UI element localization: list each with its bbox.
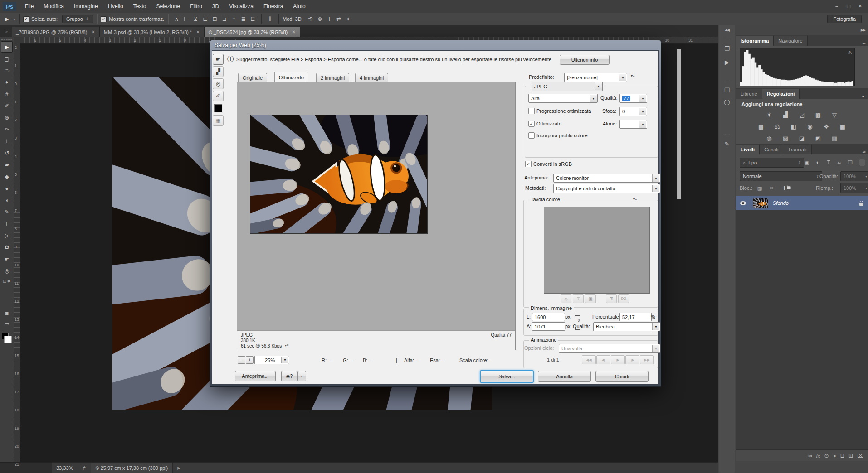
- lock-transparency-icon[interactable]: ▨: [755, 184, 764, 192]
- metadata-dropdown[interactable]: Copyright e dati di contatto▼: [553, 184, 660, 193]
- vibrance-icon[interactable]: ▽: [829, 111, 839, 119]
- align-bottom-edges-icon[interactable]: ⊻: [191, 16, 200, 22]
- dialog-eyedropper-swatch[interactable]: [214, 104, 222, 112]
- layer-filter-type-dropdown[interactable]: ⌕ Tipo ⇕: [740, 158, 804, 168]
- clone-source-panel-icon[interactable]: ❐: [721, 43, 733, 54]
- browser-list-arrow[interactable]: ▼: [297, 371, 306, 381]
- filter-adjustment-layers-icon[interactable]: ◐: [813, 158, 822, 166]
- gruppo-dropdown[interactable]: Gruppo⇕: [62, 15, 93, 23]
- distribute-top-icon[interactable]: ≡: [229, 16, 239, 22]
- menu-testo[interactable]: Testo: [128, 0, 151, 13]
- invert-icon[interactable]: ◍: [764, 134, 774, 142]
- brightness-contrast-icon[interactable]: ☀: [764, 111, 774, 119]
- close-tab-icon[interactable]: ✕: [292, 29, 295, 34]
- workspace-switcher[interactable]: Fotografia: [827, 15, 862, 23]
- lock-pixels-icon[interactable]: ✏: [767, 184, 776, 192]
- foreground-color-swatch[interactable]: [4, 336, 12, 343]
- color-balance-icon[interactable]: ⚖: [772, 122, 782, 130]
- fill-value[interactable]: 100%▾: [840, 183, 868, 193]
- filter-pixel-layers-icon[interactable]: ▣: [802, 158, 811, 166]
- move-tool-options-icon[interactable]: ▶: [0, 16, 14, 22]
- history-brush-tool[interactable]: ↺: [1, 147, 13, 159]
- browser-icon-button[interactable]: ◉?: [281, 371, 297, 381]
- tab-regolazioni[interactable]: Regolazioni: [762, 89, 800, 99]
- align-left-edges-icon[interactable]: ⊏: [200, 16, 210, 22]
- dialog-slice-select-tool[interactable]: ▞: [213, 66, 224, 77]
- default-swap-swatches-icon[interactable]: ◱ ⇄: [0, 279, 14, 283]
- lock-all-icon[interactable]: [787, 186, 790, 189]
- toolbar-grip[interactable]: ■■■■■: [0, 37, 14, 41]
- new-layer-icon[interactable]: ⊞: [848, 453, 853, 459]
- tab-livelli[interactable]: Livelli: [736, 145, 760, 154]
- share-icon[interactable]: ↱: [78, 463, 91, 473]
- color-table-menu-icon[interactable]: ▾≡: [633, 197, 637, 201]
- preview-in-browser-button[interactable]: Anteprima...: [235, 371, 276, 381]
- 3d-slide-icon[interactable]: ⇄: [334, 16, 344, 22]
- delete-color-icon[interactable]: ⌧: [618, 294, 629, 303]
- clone-stamp-tool[interactable]: ⊥: [1, 135, 13, 147]
- filter-shape-layers-icon[interactable]: ▱: [835, 158, 844, 166]
- add-mask-icon[interactable]: ⊙: [824, 453, 829, 459]
- levels-icon[interactable]: ▟: [780, 111, 790, 119]
- healing-brush-tool[interactable]: ⊛: [1, 112, 13, 123]
- blur-input[interactable]: 0▼: [619, 107, 647, 116]
- status-zoom[interactable]: 33,33%: [52, 463, 78, 473]
- selez-auto-checkbox[interactable]: ✓: [23, 16, 29, 22]
- layer-visibility-toggle[interactable]: [736, 196, 750, 210]
- menu-finestra[interactable]: Finestra: [258, 0, 288, 13]
- move-tool[interactable]: ▶: [1, 41, 13, 53]
- selective-color-icon[interactable]: ◩: [813, 134, 823, 142]
- zoom-level-dropdown[interactable]: 25%▼: [254, 356, 289, 364]
- cancel-button[interactable]: Annulla: [538, 371, 591, 382]
- tool-preset-arrow-icon[interactable]: ▾: [14, 17, 15, 21]
- distribute-bottom-icon[interactable]: ⋿: [248, 16, 258, 22]
- menu-aiuto[interactable]: Aiuto: [288, 0, 310, 13]
- tab-librerie[interactable]: Librerie: [736, 89, 762, 99]
- crop-tool[interactable]: #: [1, 88, 13, 100]
- actions-panel-icon[interactable]: ▶: [721, 56, 733, 68]
- filter-type-layers-icon[interactable]: T: [824, 158, 833, 166]
- threshold-icon[interactable]: ◪: [797, 134, 807, 142]
- optimized-checkbox[interactable]: ✓: [528, 121, 535, 127]
- filter-smart-objects-icon[interactable]: ❏: [846, 158, 855, 166]
- mostra-contr-checkbox[interactable]: ✓: [101, 16, 107, 22]
- layers-panel-menu-icon[interactable]: ▾≡: [862, 150, 868, 154]
- custom-shape-tool[interactable]: ✿: [1, 241, 13, 253]
- embed-profile-checkbox[interactable]: [528, 132, 535, 139]
- tab-tracciati[interactable]: Tracciati: [783, 145, 811, 154]
- min-window-button[interactable]: –: [831, 0, 843, 12]
- 3d-roll-icon[interactable]: ⊚: [315, 16, 325, 22]
- distribute-widths-icon[interactable]: ⫼: [265, 16, 275, 22]
- lasso-tool[interactable]: ⬭: [1, 65, 13, 76]
- layer-effects-icon[interactable]: fx: [816, 453, 820, 459]
- blend-mode-dropdown[interactable]: Normale⇕: [740, 171, 822, 181]
- align-top-edges-icon[interactable]: ⊼: [172, 16, 181, 22]
- link-layers-icon[interactable]: ∞: [808, 453, 812, 459]
- blur-tool[interactable]: ●: [1, 183, 13, 194]
- optimized-preview-image[interactable]: [250, 115, 427, 233]
- dialog-tab-2-immagini[interactable]: 2 immagini: [316, 73, 349, 82]
- layer-filter-toggle[interactable]: [859, 159, 865, 166]
- max-window-button[interactable]: ▢: [843, 0, 854, 12]
- gradient-tool[interactable]: ◆: [1, 171, 13, 182]
- percent-input[interactable]: 52,17: [619, 313, 652, 321]
- width-input[interactable]: 1600: [532, 313, 565, 321]
- more-info-button[interactable]: Ulteriori info: [560, 55, 610, 65]
- zoom-tool[interactable]: ◎: [1, 265, 13, 276]
- distribute-center-icon[interactable]: ≣: [239, 16, 248, 22]
- toolbar-chevrons-icon[interactable]: »: [0, 29, 12, 37]
- color-table-swatches[interactable]: [544, 207, 650, 294]
- transparency-icon[interactable]: ▣: [585, 294, 596, 303]
- preview-pane[interactable]: JPEG 330,1K 61 sec @ 56,6 Kbps ▾≡ Qualit…: [237, 82, 516, 350]
- progressive-checkbox[interactable]: [528, 108, 535, 114]
- align-vertical-centers-icon[interactable]: ⊢: [181, 16, 191, 22]
- format-dropdown[interactable]: JPEG▼: [532, 82, 603, 91]
- dialog-tab-originale[interactable]: Originale: [238, 73, 267, 82]
- gradient-map-icon[interactable]: ▥: [829, 134, 839, 142]
- menu-livello[interactable]: Livello: [103, 0, 128, 13]
- hue-saturation-icon[interactable]: ▤: [756, 122, 766, 130]
- layer-thumbnail[interactable]: [753, 198, 768, 208]
- height-input[interactable]: 1071: [532, 322, 565, 331]
- path-selection-tool[interactable]: ▷: [1, 230, 13, 241]
- quick-selection-tool[interactable]: ✦: [1, 77, 13, 88]
